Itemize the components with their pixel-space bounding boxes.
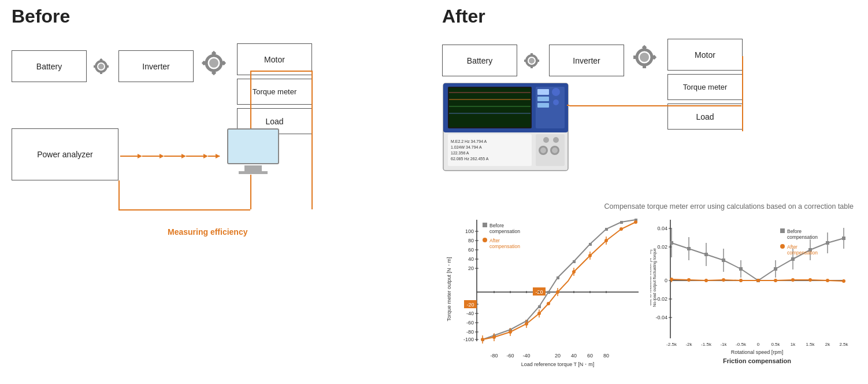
svg-text:2k: 2k bbox=[825, 342, 830, 347]
svg-text:Torque meter output [N・m]: Torque meter output [N・m] bbox=[446, 257, 452, 321]
svg-text:80: 80 bbox=[603, 353, 609, 359]
svg-text:-1.5k: -1.5k bbox=[701, 342, 712, 347]
svg-rect-37 bbox=[633, 56, 638, 59]
svg-text:60: 60 bbox=[587, 353, 593, 359]
svg-rect-200 bbox=[704, 253, 708, 256]
svg-point-139 bbox=[572, 270, 576, 274]
after-section: After Battery bbox=[433, 0, 868, 384]
svg-text:-40: -40 bbox=[466, 311, 474, 316]
svg-point-0 bbox=[98, 64, 104, 69]
svg-text:1.024W   34.794  A: 1.024W 34.794 A bbox=[451, 145, 482, 149]
svg-text:compensation: compensation bbox=[489, 243, 520, 249]
svg-text:-60: -60 bbox=[466, 320, 474, 326]
svg-text:M.E2.2 Hz    34.794  A: M.E2.2 Hz 34.794 A bbox=[451, 139, 487, 143]
svg-point-220 bbox=[756, 279, 760, 282]
svg-text:Nonlinear compensation: Nonlinear compensation bbox=[515, 369, 589, 370]
svg-point-223 bbox=[808, 278, 812, 282]
compensate-text: Compensate torque meter error using calc… bbox=[442, 201, 859, 211]
svg-point-132 bbox=[481, 338, 484, 341]
hioki-device: M.E2.2 Hz 34.794 A 1.024W 34.794 A 122.3… bbox=[442, 82, 569, 174]
svg-point-215 bbox=[670, 278, 673, 281]
svg-text:-40: -40 bbox=[522, 353, 530, 359]
v-line-pa-down bbox=[118, 180, 120, 209]
svg-text:-20: -20 bbox=[466, 302, 474, 308]
svg-point-134 bbox=[509, 330, 512, 334]
h-line-bottom bbox=[118, 209, 250, 211]
gear-icon-1 bbox=[91, 55, 112, 80]
svg-rect-52 bbox=[537, 103, 549, 108]
before-title: Before bbox=[12, 6, 422, 27]
svg-point-224 bbox=[826, 279, 829, 282]
svg-rect-3 bbox=[100, 71, 102, 74]
svg-point-222 bbox=[791, 278, 795, 282]
svg-text:0.5k: 0.5k bbox=[771, 342, 780, 347]
svg-text:-2k: -2k bbox=[685, 342, 692, 347]
svg-point-64 bbox=[540, 147, 546, 153]
vertical-line-right bbox=[311, 71, 313, 209]
svg-marker-20 bbox=[159, 154, 164, 158]
v-line-after-right bbox=[742, 56, 743, 131]
svg-rect-202 bbox=[739, 267, 743, 271]
svg-text:0.04: 0.04 bbox=[657, 226, 667, 231]
battery-box-after: Battery bbox=[442, 45, 517, 76]
svg-text:-2.5k: -2.5k bbox=[666, 342, 677, 347]
charts-row: 100 80 60 40 20 -40 -60 -80 bbox=[442, 214, 859, 372]
svg-text:-80: -80 bbox=[466, 329, 474, 335]
svg-rect-119 bbox=[589, 243, 592, 246]
svg-text:compensation: compensation bbox=[787, 250, 818, 256]
svg-text:-100: -100 bbox=[463, 337, 474, 342]
svg-rect-32 bbox=[536, 60, 539, 62]
before-section: Before Battery bbox=[0, 0, 433, 384]
svg-point-225 bbox=[842, 279, 845, 283]
svg-point-143 bbox=[634, 220, 637, 224]
measuring-label: Measuring efficiency bbox=[168, 227, 248, 237]
svg-point-229 bbox=[780, 244, 785, 249]
svg-point-27 bbox=[529, 58, 535, 64]
svg-rect-44 bbox=[449, 88, 531, 127]
chart-nonlinear: 100 80 60 40 20 -40 -60 -80 bbox=[442, 214, 647, 372]
svg-rect-4 bbox=[94, 65, 97, 68]
svg-rect-117 bbox=[557, 276, 559, 279]
svg-point-7 bbox=[209, 58, 218, 68]
svg-rect-115 bbox=[538, 305, 541, 308]
torque-box-after: Torque meter bbox=[667, 74, 743, 100]
svg-point-137 bbox=[547, 302, 550, 305]
svg-text:compensation: compensation bbox=[787, 234, 818, 240]
svg-point-141 bbox=[604, 239, 608, 242]
svg-marker-18 bbox=[138, 154, 142, 158]
gear-icon-2 bbox=[198, 47, 230, 82]
orange-arrow-row bbox=[120, 151, 221, 161]
svg-rect-30 bbox=[531, 65, 533, 68]
svg-text:0.02: 0.02 bbox=[657, 244, 667, 250]
svg-text:After: After bbox=[787, 244, 797, 250]
inverter-box-after: Inverter bbox=[549, 45, 624, 76]
svg-rect-144 bbox=[483, 223, 487, 227]
after-title: After bbox=[442, 6, 859, 27]
svg-point-217 bbox=[704, 279, 708, 282]
svg-text:0: 0 bbox=[665, 278, 667, 283]
svg-text:100: 100 bbox=[465, 228, 474, 234]
h-line-hioki bbox=[569, 105, 741, 106]
svg-point-61 bbox=[543, 137, 549, 143]
svg-text:80: 80 bbox=[468, 238, 474, 243]
svg-text:-0.04: -0.04 bbox=[655, 315, 667, 320]
svg-rect-120 bbox=[605, 228, 608, 231]
svg-text:20: 20 bbox=[555, 353, 561, 359]
svg-text:2.5k: 2.5k bbox=[839, 342, 848, 347]
svg-rect-31 bbox=[524, 60, 528, 62]
chart-friction: 0.04 0.02 0 -0.02 -0.04 -2.5k -2k -1.5k … bbox=[650, 214, 850, 372]
svg-point-219 bbox=[739, 279, 743, 282]
right-stack-after: Motor Torque meter Load bbox=[667, 39, 743, 130]
svg-text:1k: 1k bbox=[791, 342, 796, 347]
svg-text:62.085 Hz   262.455  A: 62.085 Hz 262.455 A bbox=[451, 157, 489, 161]
monitor bbox=[224, 128, 282, 175]
svg-point-135 bbox=[525, 322, 528, 326]
svg-point-221 bbox=[774, 279, 777, 282]
v-line-monitor-down bbox=[250, 175, 251, 209]
inverter-box-before: Inverter bbox=[118, 50, 194, 82]
svg-text:-60: -60 bbox=[506, 353, 514, 359]
battery-box-before: Battery bbox=[12, 50, 87, 82]
svg-marker-26 bbox=[216, 154, 220, 158]
svg-point-142 bbox=[620, 227, 623, 231]
svg-text:Before: Before bbox=[489, 223, 504, 228]
